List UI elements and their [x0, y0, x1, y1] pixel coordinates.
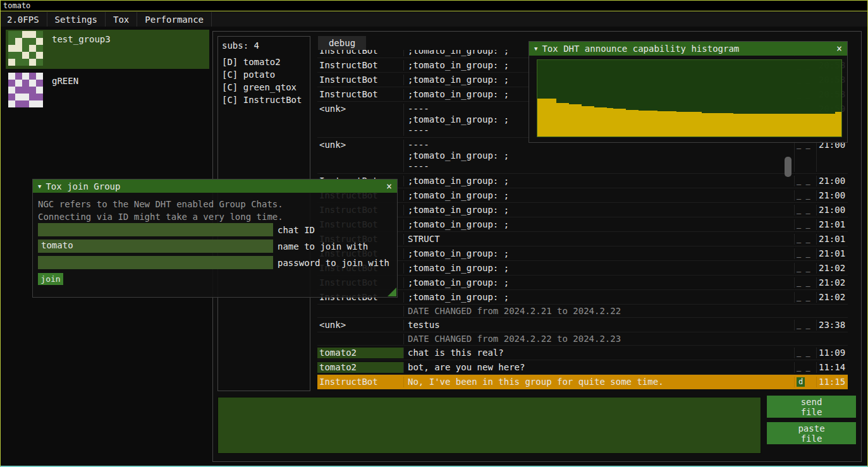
histogram-bar [537, 99, 544, 137]
avatar-pixel [29, 59, 36, 66]
message-sender: InstructBot [317, 60, 404, 71]
message-status: _ _ [795, 248, 817, 259]
avatar-pixel [22, 38, 29, 45]
avatar-pixel [22, 52, 29, 59]
avatar-pixel [29, 31, 36, 38]
histogram-bar [695, 112, 702, 136]
join-name-input[interactable]: tomato [38, 240, 273, 253]
histogram-bar [575, 104, 582, 136]
avatar-pixel [29, 45, 36, 52]
avatar-pixel [8, 31, 15, 38]
message-text: ;tomato_in_group: ; [404, 277, 795, 288]
message-row: InstructBotNo, I've been in this group f… [317, 375, 848, 389]
paste-file-button[interactable]: paste file [767, 422, 856, 444]
avatar-pixel [22, 94, 29, 100]
group-item-gREEN[interactable]: gREEN [6, 71, 209, 111]
message-time: 11:15 [817, 377, 848, 387]
avatar-pixel [15, 94, 22, 100]
histogram-bar [810, 114, 816, 136]
histogram-bar [556, 103, 563, 136]
message-text: No, I've been in this group for quite so… [404, 377, 795, 387]
group-sidebar: test_group3gREEN [6, 30, 209, 113]
histogram-bar [683, 112, 689, 136]
member-item[interactable]: [C] potato [222, 68, 306, 81]
menu-settings[interactable]: Settings [47, 12, 106, 27]
avatar-pixel [8, 73, 15, 80]
avatar-pixel [8, 80, 15, 87]
member-item[interactable]: [C] InstructBot [222, 94, 306, 106]
avatar-pixel [15, 45, 22, 52]
menu-tox[interactable]: Tox [106, 12, 137, 27]
avatar-pixel [36, 31, 43, 38]
delivered-badge: d [797, 377, 805, 387]
join-password-label: password to join with [278, 258, 389, 268]
group-item-test_group3[interactable]: test_group3 [6, 30, 209, 69]
message-sender: <unk> [317, 140, 404, 172]
join-password-input[interactable] [38, 256, 273, 269]
collapse-arrow-icon[interactable]: ▼ [534, 45, 537, 52]
histogram-bar [651, 111, 657, 136]
histogram-bar [550, 99, 556, 137]
message-text: ;tomato_in_group: ; [404, 190, 795, 201]
send-file-button[interactable]: send file [767, 396, 856, 418]
histogram-bar [544, 99, 550, 137]
message-status: _ _ [795, 277, 817, 288]
member-item[interactable]: [C] green_qtox [222, 81, 306, 94]
avatar-pixel [15, 31, 22, 38]
message-status: _ _ [795, 219, 817, 230]
join-dialog-titlebar: ▼ Tox join Group × [33, 179, 397, 193]
histogram-bar [664, 111, 670, 136]
app-window: tomato 2.0FPS Settings Tox Performance t… [0, 0, 868, 467]
scrollbar-thumb[interactable] [785, 157, 792, 177]
histogram-bar [759, 114, 766, 136]
avatar-pixel [8, 38, 15, 45]
system-message-row: DATE CHANGED from 2024.2.22 to 2024.2.23 [317, 332, 848, 346]
avatar-pixel [15, 100, 22, 107]
message-text: ----;tomato_in_group: ;---- [404, 140, 795, 172]
message-status: _ _ [795, 263, 817, 274]
fps-counter: 2.0FPS [7, 12, 47, 27]
tab-debug[interactable]: debug [318, 36, 366, 50]
histogram-bar [569, 104, 575, 136]
message-sender: InstructBot [317, 89, 404, 100]
collapse-arrow-icon[interactable]: ▼ [38, 183, 41, 190]
window-title: tomato [3, 1, 30, 10]
avatar-pixel [8, 52, 15, 59]
avatar-pixel [29, 38, 36, 45]
histogram-bar [657, 111, 664, 136]
join-name-label: name to join with [278, 241, 368, 252]
avatar-pixel [36, 45, 43, 52]
histogram-body [529, 56, 847, 142]
message-status: _ _ [795, 292, 817, 303]
histogram-bar [613, 109, 620, 136]
close-icon[interactable]: × [386, 181, 392, 192]
histogram-bar [791, 114, 797, 136]
message-sender [317, 334, 404, 344]
resize-grip[interactable] [388, 288, 396, 296]
histogram-bar [822, 114, 829, 136]
avatar-pixel [36, 38, 43, 45]
avatar-pixel [15, 52, 22, 59]
histogram-bar [772, 114, 778, 136]
message-text: bot, are you new here? [404, 362, 795, 373]
join-dialog-body: NGC refers to the New DHT enabled Group … [33, 193, 397, 297]
message-text: ;tomato_in_group: ; [404, 205, 795, 215]
avatar-pixel [22, 87, 29, 94]
system-message-row: DATE CHANGED from 2024.2.21 to 2024.2.22 [317, 305, 848, 318]
histogram-bar [639, 111, 645, 136]
avatar-pixel [15, 73, 22, 80]
histogram-bar [563, 103, 569, 136]
histogram-bar [721, 113, 727, 137]
close-icon[interactable]: × [836, 43, 842, 54]
menu-performance[interactable]: Performance [137, 12, 212, 27]
histogram-bar [632, 110, 639, 136]
histogram-bar [727, 113, 733, 137]
avatar-pixel [29, 94, 36, 100]
message-input[interactable] [217, 397, 761, 454]
histogram-bar [607, 108, 613, 136]
message-time: 21:01 [817, 219, 848, 230]
join-info-line-2: Connecting via ID might take a very long… [38, 210, 392, 223]
member-item[interactable]: [D] tomato2 [222, 56, 306, 68]
join-button[interactable]: join [38, 273, 63, 285]
chat-id-input[interactable] [38, 223, 273, 236]
